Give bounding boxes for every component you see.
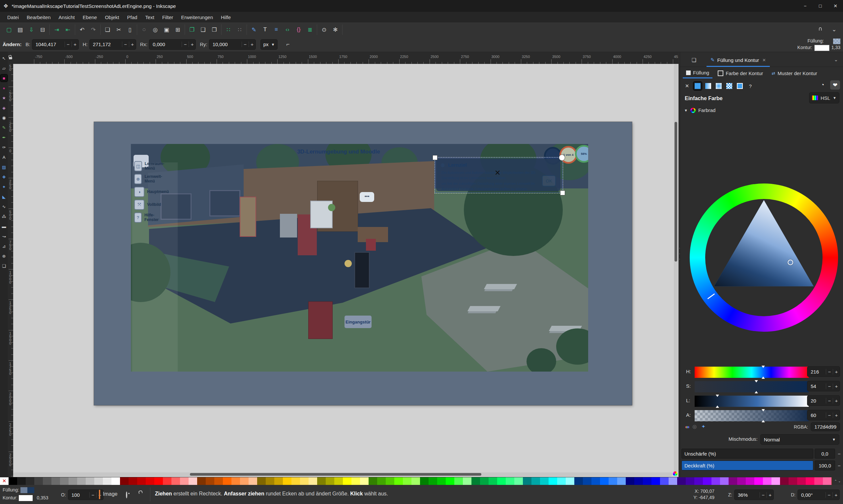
palette-swatch[interactable] <box>488 477 497 485</box>
gradient-tool[interactable]: ▨ <box>0 163 7 170</box>
palette-swatch[interactable] <box>326 477 334 485</box>
palette-swatch[interactable] <box>772 477 780 485</box>
palette-swatch[interactable] <box>523 477 531 485</box>
palette-swatch[interactable] <box>214 477 223 485</box>
opacity-spin-buttons[interactable]: −+ <box>837 461 843 470</box>
slider-sat[interactable] <box>695 381 809 392</box>
palette-swatch[interactable] <box>266 477 274 485</box>
canvas[interactable]: ••• ◫Lernraum-Menü⊕Lernwelt-Menü◑Hauptme… <box>13 64 678 477</box>
expander-arrow-icon[interactable]: ▼ <box>684 108 688 112</box>
no-paint-icon[interactable]: ✕ <box>683 82 691 90</box>
field-h-spinbox[interactable]: 271,172−+ <box>89 39 136 50</box>
palette-swatch[interactable] <box>103 477 111 485</box>
palette-swatch[interactable] <box>574 477 583 485</box>
unknown-icon[interactable]: ? <box>746 82 755 90</box>
palette-swatch[interactable] <box>248 477 257 485</box>
color-managed-view-icon[interactable] <box>673 471 677 476</box>
box3d-tool[interactable]: ◈ <box>0 104 7 111</box>
palette-swatch[interactable] <box>549 477 557 485</box>
slider-hue[interactable] <box>695 367 809 378</box>
slider-value-spinbox[interactable]: 20−+ <box>807 395 840 406</box>
palette-swatch[interactable] <box>274 477 283 485</box>
palette-swatch[interactable] <box>69 477 77 485</box>
palette-swatch[interactable] <box>60 477 69 485</box>
pattern-icon[interactable] <box>725 82 734 90</box>
palette-swatch[interactable] <box>823 477 831 485</box>
tab-close-icon[interactable]: ✕ <box>762 58 766 62</box>
palette-swatch[interactable] <box>189 477 197 485</box>
minimize-button[interactable]: − <box>797 0 813 12</box>
palette-swatch[interactable] <box>814 477 823 485</box>
palette-swatch[interactable] <box>686 477 694 485</box>
create-clone-icon[interactable]: ❑ <box>197 25 209 35</box>
eraser-tool[interactable]: ▬ <box>0 223 7 230</box>
zoom-spinbox[interactable]: 36%−+ <box>734 489 774 500</box>
pencil-tool[interactable]: ✎ <box>0 124 7 131</box>
menu-erweiterungen[interactable]: Erweiterungen <box>177 13 217 21</box>
palette-swatch[interactable] <box>351 477 360 485</box>
palette-none-swatch[interactable]: ✕ <box>0 477 8 485</box>
menu-datei[interactable]: Datei <box>3 13 23 21</box>
palette-swatch[interactable] <box>728 477 737 485</box>
palette-swatch[interactable] <box>626 477 634 485</box>
palette-swatch[interactable] <box>171 477 180 485</box>
palette-swatch[interactable] <box>180 477 189 485</box>
palette-swatch[interactable] <box>17 477 26 485</box>
bezier-tool[interactable]: ✒ <box>0 134 7 141</box>
palette-swatch[interactable] <box>737 477 746 485</box>
connector-tool[interactable]: ↝ <box>0 233 7 240</box>
rounding-handle-top-right[interactable] <box>559 155 565 161</box>
ruler-lock-icon[interactable] <box>8 52 13 64</box>
cms-circle-icon[interactable]: ◎ <box>692 424 696 430</box>
palette-swatch[interactable] <box>651 477 660 485</box>
export-icon[interactable]: ⇤ <box>62 25 73 35</box>
palette-swatch[interactable] <box>789 477 797 485</box>
palette-swatch[interactable] <box>394 477 403 485</box>
palette-swatch[interactable] <box>43 477 51 485</box>
menu-filter[interactable]: Filter <box>158 13 177 21</box>
rotation-spinbox[interactable]: 0,00°−+ <box>797 489 840 500</box>
object-properties-icon[interactable]: {} <box>293 25 304 35</box>
palette-swatch[interactable] <box>806 477 814 485</box>
fill-stroke-dialog-icon[interactable]: ✎ <box>248 25 259 35</box>
palette-swatch[interactable] <box>583 477 591 485</box>
blur-slider[interactable]: Unschärfe (%) <box>682 449 813 458</box>
status-stroke-swatch[interactable] <box>19 495 33 501</box>
radial-gradient-icon[interactable] <box>715 82 723 90</box>
palette-swatch[interactable] <box>437 477 446 485</box>
calligraphy-tool[interactable]: ✑ <box>0 144 7 151</box>
duplicate-icon[interactable]: ❐ <box>186 25 197 35</box>
palette-swatch[interactable] <box>343 477 351 485</box>
palette-swatch[interactable] <box>334 477 343 485</box>
node-tool[interactable]: ▱ <box>0 65 7 72</box>
palette-swatch[interactable] <box>531 477 540 485</box>
close-button[interactable]: ✕ <box>828 0 843 12</box>
zoom-tool[interactable]: ⊕ <box>0 252 7 259</box>
vertical-scrollbar[interactable] <box>674 64 678 472</box>
sharp-corners-icon[interactable]: ⌐ <box>282 39 293 49</box>
palette-swatch[interactable] <box>309 477 317 485</box>
palette-swatch[interactable] <box>506 477 514 485</box>
palette-swatch[interactable] <box>608 477 617 485</box>
palette-swatch[interactable] <box>377 477 386 485</box>
palette-swatch[interactable] <box>94 477 103 485</box>
palette-swatch[interactable] <box>386 477 394 485</box>
palette-swatch[interactable] <box>146 477 154 485</box>
palette-swatch[interactable] <box>51 477 60 485</box>
color-mode-dropdown[interactable]: HSL ▼ <box>809 92 839 104</box>
redo-icon[interactable]: ↷ <box>88 25 99 35</box>
palette-swatch[interactable] <box>257 477 266 485</box>
opacity-value[interactable]: 100,0 <box>815 461 835 470</box>
star-tool[interactable]: ★ <box>0 94 7 102</box>
palette-swatch[interactable] <box>617 477 626 485</box>
undo-icon[interactable]: ↶ <box>76 25 88 35</box>
palette-swatch[interactable] <box>240 477 248 485</box>
palette-swatch[interactable] <box>120 477 128 485</box>
paintbucket-tool[interactable]: ◣ <box>0 193 7 200</box>
palette-swatch[interactable] <box>746 477 754 485</box>
palette-swatch[interactable] <box>711 477 720 485</box>
palette-swatch[interactable] <box>128 477 137 485</box>
maximize-button[interactable]: □ <box>813 0 828 12</box>
field-ry-spinbox[interactable]: 10,000−+ <box>209 39 256 50</box>
tweak-tool[interactable]: ∿ <box>0 203 7 210</box>
